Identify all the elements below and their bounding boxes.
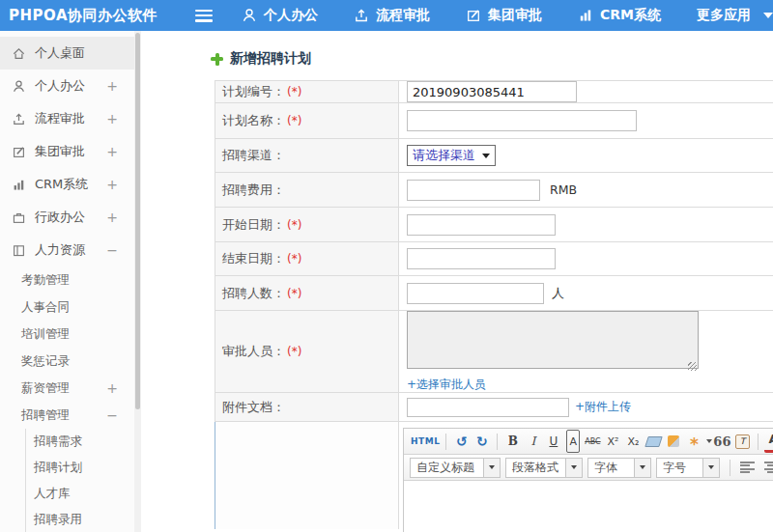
font-color-button[interactable]: A: [764, 431, 773, 453]
topnav-more-apps[interactable]: 更多应用: [697, 7, 773, 24]
main-content: 新增招聘计划 计划编号：(*) 计划名称：(*) 招聘渠道： 请选择渠道: [141, 31, 773, 532]
custom-title-combo[interactable]: 自定义标题: [410, 458, 501, 478]
plan-name-input[interactable]: [407, 110, 637, 131]
sidebar-item-reward-punishment[interactable]: 奖惩记录: [0, 348, 141, 375]
blockquote-button[interactable]: 66: [713, 432, 731, 451]
caret-down-icon[interactable]: [706, 439, 712, 443]
expand-toggle[interactable]: +: [106, 144, 118, 159]
field-label: 招聘费用：: [215, 173, 399, 207]
bar-chart-icon: [12, 178, 26, 192]
sidebar-scrollbar[interactable]: [134, 31, 141, 532]
topnav-label: 集团审批: [488, 7, 542, 24]
eraser-icon[interactable]: [644, 432, 663, 451]
sidebar-item-label: 个人办公: [35, 77, 85, 95]
sidebar-item-recruit-demand[interactable]: 招聘需求: [26, 429, 141, 455]
field-label: 招聘人数：(*): [215, 276, 399, 310]
sidebar-item-hr-contract[interactable]: 人事合同: [0, 294, 141, 321]
sidebar-item-training[interactable]: 培训管理: [0, 321, 141, 348]
sidebar-item-group-approval[interactable]: 集团审批 +: [0, 135, 141, 168]
rich-text-editor: HTML B I U A ABC X² X₂: [403, 428, 773, 532]
workflow-icon: [12, 112, 26, 126]
field-label: 审批人员：(*): [215, 311, 399, 392]
sidebar-item-personal-desktop[interactable]: 个人桌面: [0, 37, 141, 70]
required-mark: (*): [287, 252, 301, 266]
expand-toggle[interactable]: +: [106, 111, 118, 126]
undo-icon[interactable]: [452, 432, 471, 451]
topnav-crm-system[interactable]: CRM系统: [578, 7, 661, 24]
collapse-toggle[interactable]: −: [106, 407, 118, 423]
underline-button[interactable]: U: [544, 432, 562, 451]
page-title-text: 新增招聘计划: [230, 50, 311, 68]
sidebar-item-crm-system[interactable]: CRM系统 +: [0, 168, 141, 201]
align-center-icon[interactable]: [764, 462, 773, 473]
font-family-combo[interactable]: 字体: [587, 458, 651, 478]
form-row-end-date: 结束日期：(*): [215, 242, 773, 276]
sidebar-item-recruit-plan[interactable]: 招聘计划: [26, 455, 141, 481]
start-date-input[interactable]: [407, 214, 556, 236]
sidebar-item-salary[interactable]: 薪资管理+: [0, 375, 141, 402]
font-size-combo[interactable]: 字号: [656, 458, 720, 478]
align-left-icon[interactable]: [740, 462, 755, 473]
format-brush-icon[interactable]: [665, 432, 683, 451]
sidebar-item-workflow-approval[interactable]: 流程审批 +: [0, 102, 141, 135]
scrollbar-thumb[interactable]: [135, 33, 140, 409]
topnav-label: 个人办公: [264, 7, 318, 24]
attachment-upload-link[interactable]: +附件上传: [575, 399, 631, 415]
subscript-button[interactable]: X₂: [624, 432, 643, 451]
form-row-content-editor: HTML B I U A ABC X² X₂: [215, 422, 773, 529]
caret-down-icon: [482, 154, 490, 158]
redo-icon[interactable]: [472, 432, 491, 451]
bold-button[interactable]: B: [503, 432, 522, 451]
topnav-label: CRM系统: [600, 7, 661, 24]
topnav-group-approval[interactable]: 集团审批: [466, 7, 542, 24]
required-mark: (*): [287, 114, 301, 127]
expand-toggle[interactable]: +: [106, 380, 118, 396]
autotypeset-icon[interactable]: [685, 432, 703, 451]
font-border-button[interactable]: A: [566, 430, 580, 453]
sidebar-item-attendance[interactable]: 考勤管理: [0, 266, 141, 294]
home-icon: [12, 46, 26, 61]
sidebar-item-talent-pool[interactable]: 人才库: [26, 481, 141, 507]
menu-toggle-icon[interactable]: [195, 10, 213, 22]
paste-icon[interactable]: T: [733, 432, 752, 451]
sidebar-item-personal-office[interactable]: 个人办公 +: [0, 70, 141, 102]
caret-down-icon: [634, 459, 650, 477]
html-source-button[interactable]: HTML: [411, 432, 440, 451]
recruit-plan-form: 计划编号：(*) 计划名称：(*) 招聘渠道： 请选择渠道 招聘费用： RMB: [215, 80, 773, 529]
expand-toggle[interactable]: +: [106, 78, 118, 94]
paragraph-format-combo[interactable]: 段落格式: [505, 458, 583, 478]
topnav-workflow-approval[interactable]: 流程审批: [354, 7, 430, 24]
briefcase-icon: [12, 210, 26, 225]
italic-button[interactable]: I: [524, 432, 542, 451]
plan-number-input[interactable]: [407, 81, 577, 102]
sidebar-item-human-resources[interactable]: 人力资源 −: [0, 234, 141, 266]
user-icon: [242, 8, 257, 23]
editor-content-area[interactable]: [404, 481, 773, 532]
sidebar-item-admin-office[interactable]: 行政办公 +: [0, 201, 141, 234]
select-approver-link[interactable]: +选择审批人员: [407, 377, 486, 393]
caret-down-icon: [702, 459, 719, 477]
expand-toggle[interactable]: +: [106, 177, 118, 192]
caret-down-icon: [763, 13, 773, 18]
sidebar-item-label: 招聘需求: [34, 434, 82, 450]
strikethrough-button[interactable]: ABC: [584, 432, 602, 451]
attachment-input[interactable]: [407, 398, 569, 417]
sidebar-item-recruit-hire[interactable]: 招聘录用: [26, 507, 141, 532]
add-plus-icon: [211, 53, 223, 66]
sidebar-item-label: 人事合同: [21, 299, 70, 316]
channel-select[interactable]: 请选择渠道: [407, 145, 496, 166]
required-mark: (*): [287, 287, 301, 300]
collapse-toggle[interactable]: −: [106, 242, 118, 258]
recruit-fee-input[interactable]: [407, 180, 540, 201]
sidebar: 个人桌面 个人办公 + 流程审批 + 集团审批 + CRM系统 + 行政办公 +: [0, 31, 141, 532]
sidebar-item-recruit-management[interactable]: 招聘管理−: [0, 402, 141, 429]
sidebar-nested-group: 招聘需求 招聘计划 人才库 招聘录用: [25, 429, 141, 532]
edit-icon: [466, 8, 481, 23]
form-row-recruit-channel: 招聘渠道： 请选择渠道: [215, 139, 773, 173]
end-date-input[interactable]: [407, 248, 556, 269]
topnav-personal-office[interactable]: 个人办公: [242, 7, 318, 24]
superscript-button[interactable]: X²: [604, 432, 622, 451]
approver-textarea[interactable]: [407, 311, 699, 369]
expand-toggle[interactable]: +: [106, 210, 118, 225]
headcount-input[interactable]: [407, 283, 544, 304]
